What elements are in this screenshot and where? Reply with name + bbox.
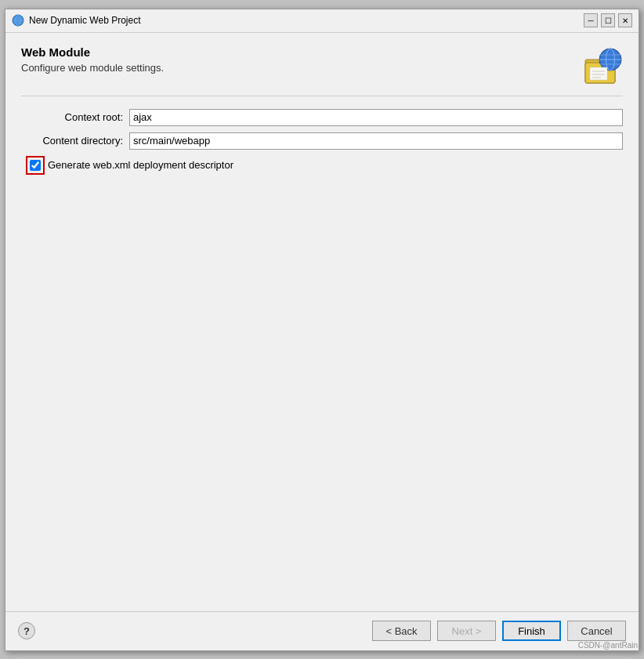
checkbox-row: Generate web.xml deployment descriptor bbox=[26, 156, 623, 175]
close-button[interactable]: ✕ bbox=[618, 13, 632, 27]
minimize-button[interactable]: ─ bbox=[584, 13, 598, 27]
page-title: Web Module bbox=[21, 45, 582, 59]
content-area: Web Module Configure web module settings… bbox=[5, 33, 639, 611]
context-root-input[interactable] bbox=[129, 109, 623, 126]
content-spacer bbox=[21, 175, 623, 599]
watermark: CSDN-@antRain bbox=[578, 641, 638, 650]
generate-webxml-label: Generate web.xml deployment descriptor bbox=[48, 159, 233, 171]
next-button[interactable]: Next > bbox=[437, 621, 496, 641]
content-directory-row: Content directory: bbox=[21, 132, 623, 150]
help-button[interactable]: ? bbox=[18, 622, 35, 639]
svg-rect-13 bbox=[590, 67, 607, 80]
content-directory-label: Content directory: bbox=[21, 135, 123, 147]
main-window: New Dynamic Web Project ─ ☐ ✕ Web Module… bbox=[5, 9, 639, 651]
window-icon bbox=[12, 14, 24, 27]
checkbox-wrapper bbox=[26, 156, 45, 175]
form-section: Context root: Content directory: bbox=[21, 109, 623, 150]
web-module-icon bbox=[582, 45, 623, 86]
back-button[interactable]: < Back bbox=[372, 621, 431, 641]
page-subtitle: Configure web module settings. bbox=[21, 62, 582, 74]
header-section: Web Module Configure web module settings… bbox=[21, 45, 623, 86]
context-root-label: Context root: bbox=[21, 111, 123, 123]
bottom-bar: ? < Back Next > Finish Cancel bbox=[5, 611, 639, 650]
finish-button[interactable]: Finish bbox=[502, 621, 561, 641]
cancel-button[interactable]: Cancel bbox=[567, 621, 626, 641]
context-root-row: Context root: bbox=[21, 109, 623, 126]
window-title: New Dynamic Web Project bbox=[29, 15, 579, 26]
content-directory-input[interactable] bbox=[129, 132, 623, 150]
restore-button[interactable]: ☐ bbox=[601, 13, 615, 27]
header-divider bbox=[21, 96, 623, 96]
generate-webxml-checkbox[interactable] bbox=[30, 160, 41, 171]
header-text: Web Module Configure web module settings… bbox=[21, 45, 582, 74]
title-bar: New Dynamic Web Project ─ ☐ ✕ bbox=[5, 9, 639, 33]
window-controls: ─ ☐ ✕ bbox=[584, 13, 632, 27]
